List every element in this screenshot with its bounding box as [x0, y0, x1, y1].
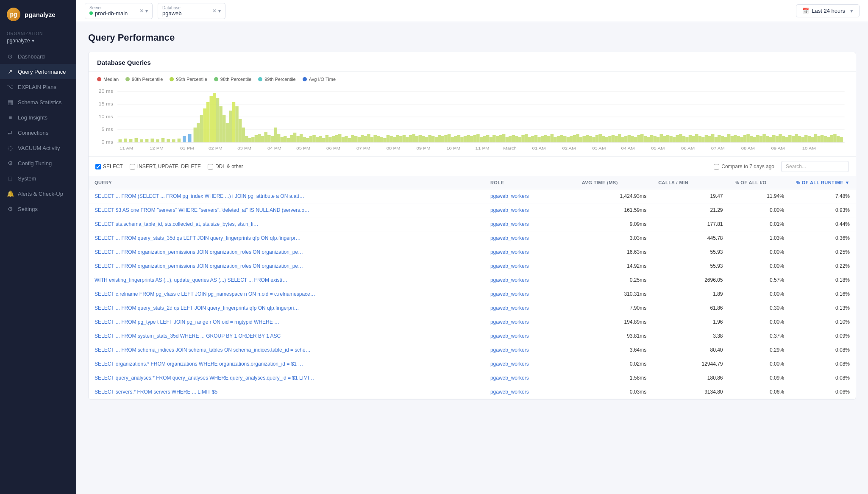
table-row[interactable]: SELECT sts.schema_table_id, sts.collecte… [89, 217, 856, 231]
table-row[interactable]: SELECT ... FROM organization_permissions… [89, 245, 856, 259]
cell-role[interactable]: pgaweb_workers [484, 245, 576, 259]
compare-checkbox[interactable] [714, 164, 719, 169]
sidebar-item-explain-plans[interactable]: ⌥ EXPLAIN Plans [0, 79, 76, 94]
database-chevron-icon[interactable]: ▾ [218, 8, 221, 14]
query-link[interactable]: SELECT ... FROM organization_permissions… [95, 263, 303, 269]
cell-role[interactable]: pgaweb_workers [484, 287, 576, 301]
cell-role[interactable]: pgaweb_workers [484, 385, 576, 399]
cell-role[interactable]: pgaweb_workers [484, 231, 576, 245]
role-link[interactable]: pgaweb_workers [490, 389, 529, 395]
role-link[interactable]: pgaweb_workers [490, 277, 529, 283]
database-selector[interactable]: Database pgaweb ✕ ▾ [158, 3, 225, 19]
cell-role[interactable]: pgaweb_workers [484, 203, 576, 217]
role-link[interactable]: pgaweb_workers [490, 333, 529, 339]
server-chevron-icon[interactable]: ▾ [145, 8, 148, 14]
sidebar-item-log-insights[interactable]: ≡ Log Insights [0, 110, 76, 125]
sidebar-item-schema-statistics[interactable]: ▦ Schema Statistics [0, 94, 76, 110]
role-link[interactable]: pgaweb_workers [490, 235, 529, 241]
sidebar-item-dashboard[interactable]: ⊙ Dashboard [0, 49, 76, 64]
sidebar-item-config-tuning[interactable]: ⚙ Config Tuning [0, 155, 76, 171]
insert-checkbox[interactable] [130, 164, 135, 169]
cell-query[interactable]: SELECT ... FROM query_stats_2d qs LEFT J… [89, 301, 484, 315]
query-link[interactable]: SELECT ... FROM organization_permissions… [95, 249, 303, 255]
query-link[interactable]: WITH existing_fingerprints AS (...), upd… [95, 277, 287, 283]
cell-query[interactable]: SELECT organizations.* FROM organization… [89, 357, 484, 371]
table-row[interactable]: SELECT ... FROM pg_type t LEFT JOIN pg_r… [89, 315, 856, 329]
query-link[interactable]: SELECT ... FROM schema_indices JOIN sche… [95, 347, 311, 353]
query-link[interactable]: SELECT ... FROM pg_type t LEFT JOIN pg_r… [95, 319, 279, 325]
table-row[interactable]: SELECT ... FROM query_stats_35d qs LEFT … [89, 231, 856, 245]
query-link[interactable]: SELECT query_analyses.* FROM query_analy… [95, 375, 314, 381]
time-selector[interactable]: 📅 Last 24 hours ▾ [796, 4, 860, 17]
table-row[interactable]: SELECT servers.* FROM servers WHERE ... … [89, 385, 856, 399]
role-link[interactable]: pgaweb_workers [490, 375, 529, 381]
query-link[interactable]: SELECT ... FROM query_stats_2d qs LEFT J… [95, 305, 299, 311]
cell-query[interactable]: SELECT ... FROM query_stats_35d qs LEFT … [89, 231, 484, 245]
role-link[interactable]: pgaweb_workers [490, 249, 529, 255]
cell-role[interactable]: pgaweb_workers [484, 217, 576, 231]
query-link[interactable]: SELECT c.relname FROM pg_class c LEFT JO… [95, 291, 315, 297]
table-row[interactable]: WITH existing_fingerprints AS (...), upd… [89, 273, 856, 287]
table-row[interactable]: SELECT c.relname FROM pg_class c LEFT JO… [89, 287, 856, 301]
app-logo[interactable]: pg pganalyze [0, 0, 76, 29]
insert-filter[interactable]: INSERT, UPDATE, DELETE [130, 164, 201, 169]
database-clear-icon[interactable]: ✕ [212, 8, 217, 14]
cell-query[interactable]: SELECT c.relname FROM pg_class c LEFT JO… [89, 287, 484, 301]
role-link[interactable]: pgaweb_workers [490, 319, 529, 325]
select-checkbox[interactable] [95, 164, 101, 169]
cell-query[interactable]: SELECT $3 AS one FROM "servers" WHERE "s… [89, 203, 484, 217]
cell-query[interactable]: SELECT ... FROM organization_permissions… [89, 259, 484, 273]
cell-query[interactable]: SELECT ... FROM system_stats_35d WHERE .… [89, 329, 484, 343]
table-row[interactable]: SELECT ... FROM query_stats_2d qs LEFT J… [89, 301, 856, 315]
query-link[interactable]: SELECT $3 AS one FROM "servers" WHERE "s… [95, 207, 309, 213]
cell-query[interactable]: SELECT query_analyses.* FROM query_analy… [89, 371, 484, 385]
role-link[interactable]: pgaweb_workers [490, 263, 529, 269]
search-input[interactable] [781, 161, 849, 172]
sidebar-item-query-performance[interactable]: ↗ Query Performance [0, 64, 76, 79]
table-row[interactable]: SELECT ... FROM (SELECT ... FROM pg_inde… [89, 189, 856, 203]
cell-role[interactable]: pgaweb_workers [484, 315, 576, 329]
query-link[interactable]: SELECT ... FROM query_stats_35d qs LEFT … [95, 235, 300, 241]
sidebar-item-system[interactable]: □ System [0, 171, 76, 186]
sidebar-item-alerts[interactable]: 🔔 Alerts & Check-Up [0, 186, 76, 201]
table-row[interactable]: SELECT ... FROM organization_permissions… [89, 259, 856, 273]
table-row[interactable]: SELECT organizations.* FROM organization… [89, 357, 856, 371]
col-header-pct-runtime[interactable]: % OF ALL RUNTIME ▼ [790, 176, 856, 189]
cell-role[interactable]: pgaweb_workers [484, 259, 576, 273]
cell-query[interactable]: SELECT ... FROM schema_indices JOIN sche… [89, 343, 484, 357]
query-link[interactable]: SELECT ... FROM (SELECT ... FROM pg_inde… [95, 193, 304, 199]
ddl-filter[interactable]: DDL & other [208, 164, 243, 169]
role-link[interactable]: pgaweb_workers [490, 221, 529, 227]
cell-query[interactable]: SELECT ... FROM (SELECT ... FROM pg_inde… [89, 189, 484, 203]
role-link[interactable]: pgaweb_workers [490, 193, 529, 199]
sidebar-item-connections[interactable]: ⇄ Connections [0, 125, 76, 140]
cell-role[interactable]: pgaweb_workers [484, 357, 576, 371]
cell-role[interactable]: pgaweb_workers [484, 189, 576, 203]
server-clear-icon[interactable]: ✕ [139, 8, 144, 14]
query-link[interactable]: SELECT servers.* FROM servers WHERE ... … [95, 389, 217, 395]
select-filter[interactable]: SELECT [95, 164, 123, 169]
role-link[interactable]: pgaweb_workers [490, 361, 529, 367]
table-row[interactable]: SELECT ... FROM system_stats_35d WHERE .… [89, 329, 856, 343]
sidebar-item-settings[interactable]: ⚙ Settings [0, 201, 76, 216]
server-selector[interactable]: Server prod-db-main ✕ ▾ [85, 3, 153, 19]
sidebar-item-vacuum-activity[interactable]: ◌ VACUUM Activity [0, 140, 76, 155]
cell-query[interactable]: SELECT sts.schema_table_id, sts.collecte… [89, 217, 484, 231]
ddl-checkbox[interactable] [208, 164, 213, 169]
query-link[interactable]: SELECT ... FROM system_stats_35d WHERE .… [95, 333, 281, 339]
cell-role[interactable]: pgaweb_workers [484, 329, 576, 343]
table-row[interactable]: SELECT ... FROM schema_indices JOIN sche… [89, 343, 856, 357]
role-link[interactable]: pgaweb_workers [490, 207, 529, 213]
cell-query[interactable]: SELECT servers.* FROM servers WHERE ... … [89, 385, 484, 399]
cell-query[interactable]: SELECT ... FROM pg_type t LEFT JOIN pg_r… [89, 315, 484, 329]
role-link[interactable]: pgaweb_workers [490, 347, 529, 353]
org-name[interactable]: pganalyze ▾ [0, 38, 76, 49]
cell-role[interactable]: pgaweb_workers [484, 371, 576, 385]
cell-query[interactable]: WITH existing_fingerprints AS (...), upd… [89, 273, 484, 287]
cell-role[interactable]: pgaweb_workers [484, 301, 576, 315]
role-link[interactable]: pgaweb_workers [490, 305, 529, 311]
cell-query[interactable]: SELECT ... FROM organization_permissions… [89, 245, 484, 259]
cell-role[interactable]: pgaweb_workers [484, 273, 576, 287]
query-link[interactable]: SELECT sts.schema_table_id, sts.collecte… [95, 221, 259, 227]
query-link[interactable]: SELECT organizations.* FROM organization… [95, 361, 303, 367]
